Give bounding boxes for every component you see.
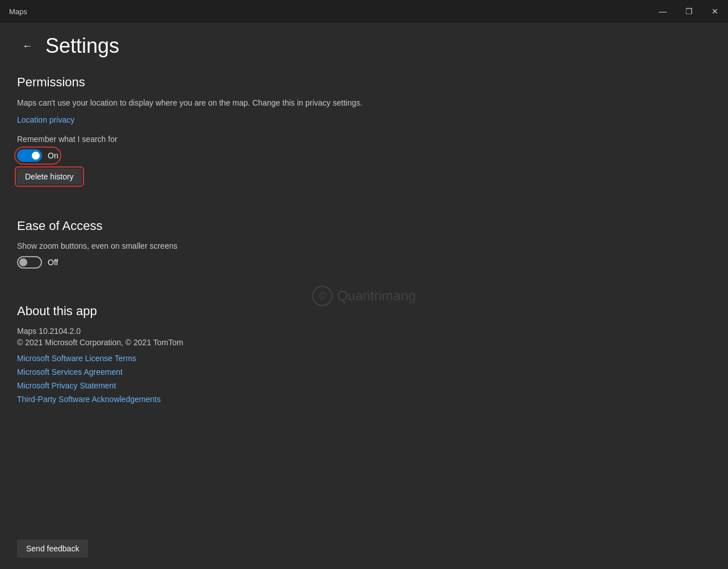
ease-of-access-section: Ease of Access Show zoom buttons, even o…	[17, 219, 705, 275]
watermark-text: Quantrimang	[337, 288, 416, 304]
send-feedback-button[interactable]: Send feedback	[17, 539, 88, 558]
zoom-toggle[interactable]	[17, 256, 42, 269]
remember-search-toggle-row: On	[17, 149, 705, 162]
toggle-slider-on	[17, 149, 42, 162]
about-section-title: About this app	[17, 304, 705, 319]
about-links: Microsoft Software License Terms Microso…	[17, 354, 705, 404]
permissions-description: Maps can't use your location to display …	[17, 98, 705, 109]
main-content: © Quantrimang ← Settings Permissions Map…	[0, 23, 728, 569]
toggle-slider-off	[17, 256, 42, 269]
zoom-buttons-label: Show zoom buttons, even on smaller scree…	[17, 241, 705, 250]
third-party-link[interactable]: Third-Party Software Acknowledgements	[17, 395, 705, 404]
toggle-off-label: Off	[48, 258, 58, 267]
remember-search-toggle[interactable]	[17, 149, 42, 162]
watermark: © Quantrimang	[312, 286, 416, 306]
copyright-text: © 2021 Microsoft Corporation, © 2021 Tom…	[17, 338, 705, 347]
title-bar: Maps — ❐ ✕	[0, 0, 728, 23]
window-title: Maps	[9, 7, 27, 16]
title-bar-controls: — ❐ ✕	[650, 0, 728, 23]
permissions-section-title: Permissions	[17, 75, 705, 90]
remember-search-label: Remember what I search for	[17, 135, 705, 144]
maximize-button[interactable]: ❐	[676, 0, 702, 23]
minimize-button[interactable]: —	[650, 0, 676, 23]
back-button[interactable]: ←	[17, 36, 37, 56]
page-header: ← Settings	[17, 34, 705, 58]
privacy-statement-link[interactable]: Microsoft Privacy Statement	[17, 381, 705, 390]
location-privacy-link[interactable]: Location privacy	[17, 115, 74, 124]
services-agreement-link[interactable]: Microsoft Services Agreement	[17, 367, 705, 376]
zoom-toggle-row: Off	[17, 256, 705, 269]
close-button[interactable]: ✕	[702, 0, 728, 23]
app-version: Maps 10.2104.2.0	[17, 327, 705, 336]
remember-search-toggle-wrapper: On	[17, 149, 58, 162]
delete-history-button[interactable]: Delete history	[17, 169, 82, 185]
about-section: About this app Maps 10.2104.2.0 © 2021 M…	[17, 304, 705, 421]
license-terms-link[interactable]: Microsoft Software License Terms	[17, 354, 705, 363]
app-window: Maps — ❐ ✕ © Quantrimang ← Settings Perm…	[0, 0, 728, 569]
page-title: Settings	[45, 34, 119, 58]
toggle-on-label: On	[48, 151, 58, 160]
permissions-section: Permissions Maps can't use your location…	[17, 75, 705, 202]
watermark-icon: ©	[312, 286, 333, 306]
footer: Send feedback	[17, 528, 705, 558]
ease-of-access-title: Ease of Access	[17, 219, 705, 233]
